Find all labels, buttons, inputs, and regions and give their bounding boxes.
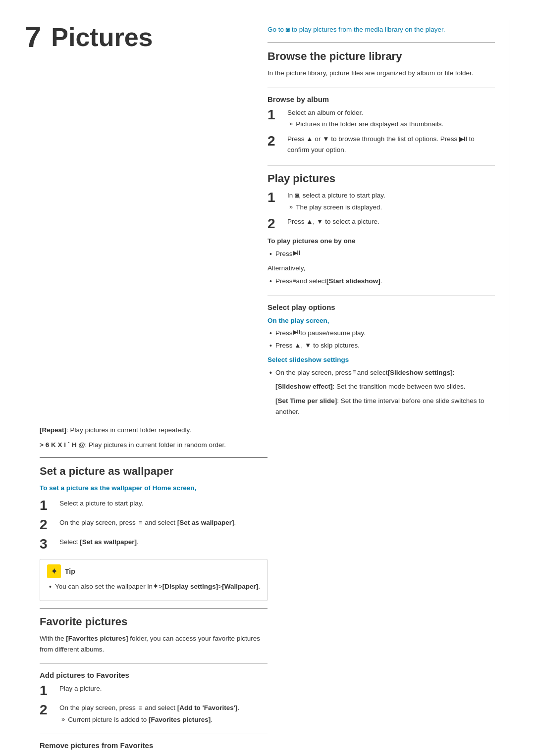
arrow-marker-3: »: [61, 714, 65, 725]
play-step-number-2: 2: [268, 216, 283, 232]
play-options-bullets: Press ▶II to pause/resume play. Press ▲,…: [268, 328, 495, 351]
wallpaper-step-1-content: Select a picture to start play.: [59, 498, 268, 509]
play-option-pause: Press ▶II to pause/resume play.: [268, 328, 495, 339]
browse-section: Browse the picture library In the pictur…: [268, 50, 495, 155]
wallpaper-keyword: [Wallpaper]: [222, 581, 258, 592]
set-time-text: [Set Time per slide]: Set the time inter…: [275, 396, 495, 417]
slideshow-settings-keyword: [Slideshow settings]: [387, 367, 452, 378]
shuffle-text: > 6 K X I ` H @: Play pictures in curren…: [40, 440, 268, 451]
step-number-2: 2: [268, 134, 283, 149]
add-fav-step-1: 1 Play a picture.: [40, 683, 268, 699]
one-by-one-label: To play pictures one by one: [268, 236, 495, 247]
set-wallpaper-keyword-2: [Set as wallpaper]: [80, 538, 137, 546]
gear-icon: ✦: [153, 581, 159, 592]
play-step-2: 2 Press ▲, ▼ to select a picture.: [268, 216, 495, 232]
tip-content-list: You can also set the wallpaper in ✦ > [D…: [47, 581, 260, 592]
repeat-section: [Repeat]: Play pictures in current folde…: [40, 425, 268, 450]
intro-text: Go to ◙ to play pictures from the media …: [268, 25, 495, 35]
repeat-label: [Repeat]: [40, 426, 66, 434]
browse-step-1: 1 Select an album or folder. » Pictures …: [268, 107, 495, 130]
wallpaper-section-title: Set a picture as wallpaper: [40, 465, 268, 478]
slideshow-settings-item: • On the play screen, press ≡ and select…: [268, 367, 495, 421]
slideshow-settings-list: • On the play screen, press ≡ and select…: [268, 367, 495, 421]
play-step-2-content: Press ▲, ▼ to select a picture.: [287, 216, 495, 227]
set-time-keyword: [Set Time per slide]: [275, 397, 337, 404]
playii-icon-3: ▶II: [293, 328, 301, 337]
wallpaper-step-3-content: Select [Set as wallpaper].: [59, 537, 268, 548]
display-settings-keyword: [Display settings]: [162, 581, 218, 592]
play-step-1: 1 In ◙, select a picture to start play. …: [268, 190, 495, 212]
arrow-marker-2: »: [289, 202, 293, 212]
arrow-marker: »: [289, 119, 293, 129]
slideshow-settings-label: Select slideshow settings: [268, 354, 495, 365]
menu-icon: ≡: [293, 276, 296, 285]
divider-add-favorites: [40, 663, 268, 664]
alternatively-item: Press ≡ and select [Start slideshow].: [268, 276, 495, 287]
tip-content-item: You can also set the wallpaper in ✦ > [D…: [47, 581, 260, 592]
browse-album-subtitle: Browse by album: [268, 95, 495, 103]
wallpaper-step-number-1: 1: [40, 498, 55, 513]
browse-step-1-content: Select an album or folder. » Pictures in…: [287, 107, 495, 130]
remove-fav-step-1: 1 Play a picture.: [40, 754, 268, 756]
menu-icon-2: ≡: [353, 367, 356, 377]
divider-wallpaper: [40, 457, 268, 458]
wallpaper-step-2: 2 On the play screen, press ≡ and select…: [40, 517, 268, 533]
wallpaper-section: Set a picture as wallpaper To set a pict…: [40, 465, 268, 602]
slideshow-effect-text: [Slideshow effect]: Set the transition m…: [275, 381, 495, 392]
play-section-title: Play pictures: [268, 172, 495, 185]
remove-fav-step-number-1: 1: [40, 754, 55, 756]
remove-favorites-title: Remove pictures from Favorites: [40, 741, 268, 750]
media-icon: ◙: [286, 26, 290, 33]
favorites-section-title: Favorite pictures: [40, 615, 268, 628]
alternatively-label: Alternatively,: [268, 263, 495, 274]
start-slideshow-keyword: [Start slideshow]: [326, 276, 380, 287]
add-favorites-title: Add pictures to Favorites: [40, 671, 268, 679]
right-column: [Repeat]: Play pictures in current folde…: [25, 425, 268, 756]
shuffle-label: > 6 K X I ` H @: [40, 441, 85, 449]
wallpaper-step-number-3: 3: [40, 537, 55, 552]
play-option-skip: Press ▲, ▼ to skip pictures.: [268, 340, 495, 351]
add-fav-step-number-2: 2: [40, 703, 55, 718]
browse-step-1-sub: Pictures in the folder are displayed as …: [296, 119, 443, 130]
divider-play-options: [268, 296, 495, 296]
play-section: Play pictures 1 In ◙, select a picture t…: [268, 172, 495, 286]
tip-icon: ✦: [47, 564, 61, 578]
alternatively-list: Press ≡ and select [Start slideshow].: [268, 276, 495, 287]
wallpaper-step-1: 1 Select a picture to start play.: [40, 498, 268, 513]
playii-icon-2: ▶II: [293, 249, 301, 258]
favorites-body: With the [Favorites pictures] folder, yo…: [40, 633, 268, 655]
tip-box: ✦ Tip You can also set the wallpaper in …: [40, 559, 268, 602]
repeat-text: [Repeat]: Play pictures in current folde…: [40, 425, 268, 436]
page-number: 7: [25, 20, 41, 54]
add-fav-step-number-1: 1: [40, 683, 55, 699]
add-fav-step-1-content: Play a picture.: [59, 683, 268, 694]
divider-browse-album: [268, 88, 495, 88]
page-container: 7 Pictures Go to ◙ to play pictures from…: [0, 0, 535, 756]
slideshow-effect-block: [Slideshow effect]: Set the transition m…: [275, 381, 495, 421]
add-fav-step-2-content: On the play screen, press ≡ and select […: [59, 703, 268, 725]
add-fav-step-2: 2 On the play screen, press ≡ and select…: [40, 703, 268, 725]
divider-play: [268, 165, 495, 165]
divider-remove-favorites: [40, 734, 268, 734]
left-column: Go to ◙ to play pictures from the media …: [268, 20, 510, 425]
browse-step-2: 2 Press ▲ or ▼ to browse through the lis…: [268, 134, 495, 155]
wallpaper-step-2-content: On the play screen, press ≡ and select […: [59, 517, 268, 528]
play-step-number-1: 1: [268, 190, 283, 205]
browse-section-title: Browse the picture library: [268, 50, 495, 63]
one-by-one-list: Press ▶II: [268, 249, 495, 259]
menu-icon-3: ≡: [139, 519, 142, 526]
favorites-pictures-keyword: [Favorites pictures]: [66, 635, 128, 642]
page-heading: Pictures: [51, 22, 153, 52]
add-fav-step-2-sub: Current picture is added to [Favorites p…: [68, 714, 213, 725]
on-play-screen-label: On the play screen,: [268, 315, 495, 326]
media-icon-2: ◙: [295, 192, 299, 199]
step-number-1: 1: [268, 107, 283, 123]
wallpaper-intro-label: To set a picture as the wallpaper of Hom…: [40, 483, 268, 494]
divider-browse: [268, 43, 495, 43]
divider-favorites: [40, 608, 268, 608]
browse-body: In the picture library, picture files ar…: [268, 68, 495, 79]
wallpaper-step-3: 3 Select [Set as wallpaper].: [40, 537, 268, 552]
set-wallpaper-keyword-1: [Set as wallpaper]: [177, 519, 234, 526]
favorites-section: Favorite pictures With the [Favorites pi…: [40, 615, 268, 756]
play-step-1-sub: The play screen is displayed.: [296, 202, 382, 213]
